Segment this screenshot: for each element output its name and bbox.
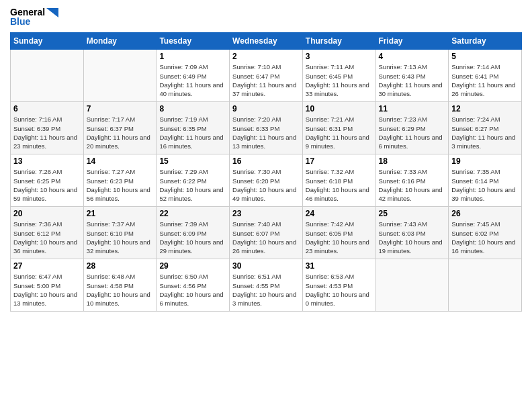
day-number: 2 (232, 52, 300, 61)
day-number: 8 (159, 104, 226, 113)
day-number: 7 (87, 104, 154, 113)
col-sunday: Sunday (11, 33, 84, 50)
calendar-cell: 2Sunrise: 7:10 AM Sunset: 6:47 PM Daylig… (230, 50, 303, 102)
day-info: Sunrise: 6:53 AM Sunset: 4:53 PM Dayligh… (306, 272, 373, 308)
calendar-table: Sunday Monday Tuesday Wednesday Thursday… (10, 32, 522, 312)
calendar-week-3: 20Sunrise: 7:36 AM Sunset: 6:12 PM Dayli… (11, 207, 522, 259)
calendar-cell: 14Sunrise: 7:27 AM Sunset: 6:23 PM Dayli… (83, 154, 157, 207)
calendar-cell: 11Sunrise: 7:23 AM Sunset: 6:29 PM Dayli… (375, 102, 449, 154)
day-number: 24 (306, 209, 373, 218)
col-tuesday: Tuesday (157, 33, 230, 50)
day-info: Sunrise: 7:30 AM Sunset: 6:20 PM Dayligh… (232, 167, 300, 203)
day-info: Sunrise: 7:33 AM Sunset: 6:16 PM Dayligh… (379, 167, 446, 203)
day-info: Sunrise: 7:16 AM Sunset: 6:39 PM Dayligh… (13, 115, 81, 150)
calendar-cell: 15Sunrise: 7:29 AM Sunset: 6:22 PM Dayli… (157, 154, 230, 207)
calendar-cell: 25Sunrise: 7:43 AM Sunset: 6:03 PM Dayli… (375, 207, 449, 259)
day-number: 23 (232, 209, 300, 218)
day-number: 18 (379, 156, 446, 166)
day-info: Sunrise: 7:26 AM Sunset: 6:25 PM Dayligh… (13, 167, 81, 203)
calendar-cell: 29Sunrise: 6:50 AM Sunset: 4:56 PM Dayli… (157, 259, 230, 312)
calendar-cell: 1Sunrise: 7:09 AM Sunset: 6:49 PM Daylig… (157, 50, 230, 102)
col-monday: Monday (83, 33, 157, 50)
calendar-cell: 4Sunrise: 7:13 AM Sunset: 6:43 PM Daylig… (375, 50, 449, 102)
calendar-cell (83, 50, 157, 102)
day-number: 26 (451, 209, 519, 218)
calendar-cell: 6Sunrise: 7:16 AM Sunset: 6:39 PM Daylig… (11, 102, 84, 154)
day-number: 17 (306, 156, 373, 166)
day-info: Sunrise: 6:48 AM Sunset: 4:58 PM Dayligh… (87, 272, 154, 308)
col-wednesday: Wednesday (230, 33, 303, 50)
page: General Blue Sunday Monday Tuesday Wedne… (0, 0, 532, 411)
day-number: 27 (13, 261, 81, 271)
calendar-cell: 7Sunrise: 7:17 AM Sunset: 6:37 PM Daylig… (83, 102, 157, 154)
day-number: 15 (159, 156, 226, 166)
day-info: Sunrise: 7:36 AM Sunset: 6:12 PM Dayligh… (13, 220, 81, 255)
day-info: Sunrise: 7:11 AM Sunset: 6:45 PM Dayligh… (306, 62, 373, 98)
calendar-cell: 31Sunrise: 6:53 AM Sunset: 4:53 PM Dayli… (302, 259, 375, 312)
day-info: Sunrise: 7:29 AM Sunset: 6:22 PM Dayligh… (159, 167, 226, 203)
day-info: Sunrise: 7:35 AM Sunset: 6:14 PM Dayligh… (451, 167, 519, 203)
day-info: Sunrise: 7:19 AM Sunset: 6:35 PM Dayligh… (159, 115, 226, 150)
calendar-week-1: 6Sunrise: 7:16 AM Sunset: 6:39 PM Daylig… (11, 102, 522, 154)
col-thursday: Thursday (302, 33, 375, 50)
calendar-cell: 27Sunrise: 6:47 AM Sunset: 5:00 PM Dayli… (11, 259, 84, 312)
day-number: 25 (379, 209, 446, 218)
day-number: 10 (306, 104, 373, 113)
calendar-cell: 20Sunrise: 7:36 AM Sunset: 6:12 PM Dayli… (11, 207, 84, 259)
day-info: Sunrise: 7:43 AM Sunset: 6:03 PM Dayligh… (379, 220, 446, 255)
day-info: Sunrise: 7:23 AM Sunset: 6:29 PM Dayligh… (379, 115, 446, 150)
calendar-cell: 23Sunrise: 7:40 AM Sunset: 6:07 PM Dayli… (230, 207, 303, 259)
day-info: Sunrise: 7:09 AM Sunset: 6:49 PM Dayligh… (159, 62, 226, 98)
logo: General Blue (10, 7, 58, 27)
day-info: Sunrise: 6:51 AM Sunset: 4:55 PM Dayligh… (232, 272, 300, 308)
header: General Blue (10, 7, 522, 27)
day-number: 11 (379, 104, 446, 113)
calendar-cell: 16Sunrise: 7:30 AM Sunset: 6:20 PM Dayli… (230, 154, 303, 207)
calendar-cell: 12Sunrise: 7:24 AM Sunset: 6:27 PM Dayli… (449, 102, 522, 154)
day-info: Sunrise: 6:47 AM Sunset: 5:00 PM Dayligh… (13, 272, 81, 308)
day-info: Sunrise: 7:13 AM Sunset: 6:43 PM Dayligh… (379, 62, 446, 98)
day-info: Sunrise: 7:40 AM Sunset: 6:07 PM Dayligh… (232, 220, 300, 255)
day-info: Sunrise: 7:20 AM Sunset: 6:33 PM Dayligh… (232, 115, 300, 150)
calendar-cell: 24Sunrise: 7:42 AM Sunset: 6:05 PM Dayli… (302, 207, 375, 259)
day-number: 9 (232, 104, 300, 113)
day-number: 22 (159, 209, 226, 218)
col-saturday: Saturday (449, 33, 522, 50)
calendar-cell (449, 259, 522, 312)
day-info: Sunrise: 7:42 AM Sunset: 6:05 PM Dayligh… (306, 220, 373, 255)
day-number: 5 (451, 52, 519, 61)
calendar-cell: 8Sunrise: 7:19 AM Sunset: 6:35 PM Daylig… (157, 102, 230, 154)
day-number: 14 (87, 156, 154, 166)
day-info: Sunrise: 7:39 AM Sunset: 6:09 PM Dayligh… (159, 220, 226, 255)
calendar-cell: 3Sunrise: 7:11 AM Sunset: 6:45 PM Daylig… (302, 50, 375, 102)
day-number: 4 (379, 52, 446, 61)
day-number: 19 (451, 156, 519, 166)
day-info: Sunrise: 7:17 AM Sunset: 6:37 PM Dayligh… (87, 115, 154, 150)
calendar-cell: 28Sunrise: 6:48 AM Sunset: 4:58 PM Dayli… (83, 259, 157, 312)
day-number: 29 (159, 261, 226, 271)
day-number: 12 (451, 104, 519, 113)
calendar-week-0: 1Sunrise: 7:09 AM Sunset: 6:49 PM Daylig… (11, 50, 522, 102)
calendar-week-2: 13Sunrise: 7:26 AM Sunset: 6:25 PM Dayli… (11, 154, 522, 207)
header-row: Sunday Monday Tuesday Wednesday Thursday… (11, 33, 522, 50)
calendar-cell: 10Sunrise: 7:21 AM Sunset: 6:31 PM Dayli… (302, 102, 375, 154)
calendar-cell: 13Sunrise: 7:26 AM Sunset: 6:25 PM Dayli… (11, 154, 84, 207)
day-number: 13 (13, 156, 81, 166)
day-number: 31 (306, 261, 373, 271)
day-number: 20 (13, 209, 81, 218)
day-info: Sunrise: 7:32 AM Sunset: 6:18 PM Dayligh… (306, 167, 373, 203)
svg-marker-0 (46, 8, 58, 17)
day-number: 30 (232, 261, 300, 271)
calendar-week-4: 27Sunrise: 6:47 AM Sunset: 5:00 PM Dayli… (11, 259, 522, 312)
day-number: 3 (306, 52, 373, 61)
day-number: 1 (159, 52, 226, 61)
calendar-cell: 5Sunrise: 7:14 AM Sunset: 6:41 PM Daylig… (449, 50, 522, 102)
calendar-cell: 22Sunrise: 7:39 AM Sunset: 6:09 PM Dayli… (157, 207, 230, 259)
col-friday: Friday (375, 33, 449, 50)
calendar-cell: 17Sunrise: 7:32 AM Sunset: 6:18 PM Dayli… (302, 154, 375, 207)
calendar-cell: 18Sunrise: 7:33 AM Sunset: 6:16 PM Dayli… (375, 154, 449, 207)
calendar-cell: 9Sunrise: 7:20 AM Sunset: 6:33 PM Daylig… (230, 102, 303, 154)
day-info: Sunrise: 7:10 AM Sunset: 6:47 PM Dayligh… (232, 62, 300, 98)
day-info: Sunrise: 6:50 AM Sunset: 4:56 PM Dayligh… (159, 272, 226, 308)
calendar-cell: 26Sunrise: 7:45 AM Sunset: 6:02 PM Dayli… (449, 207, 522, 259)
